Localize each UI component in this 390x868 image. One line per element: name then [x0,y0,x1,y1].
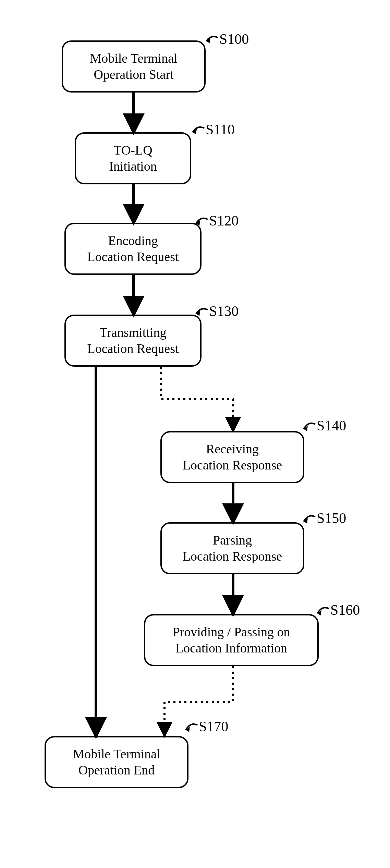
leader-s140 [304,423,315,429]
label-s170: S170 [199,718,228,735]
node-s100: Mobile Terminal Operation Start [62,40,206,93]
flowchart-canvas: Mobile Terminal Operation Start S100 TO-… [0,0,390,868]
leader-s100 [206,37,218,41]
node-s170-text: Mobile Terminal Operation End [73,746,160,779]
leader-s110 [193,127,204,132]
node-s120: Encoding Location Request [64,223,202,275]
leader-s160-head [317,610,321,615]
leader-s110-head [193,129,197,134]
leader-s170 [186,724,197,730]
node-s150: Parsing Location Response [160,522,304,574]
label-s130: S130 [209,303,239,319]
label-s100: S100 [219,31,249,47]
node-s140: Receiving Location Response [160,431,304,483]
leader-s150 [304,516,315,522]
label-s160: S160 [330,602,360,618]
node-s110-text: TO-LQ Initiation [109,142,157,175]
label-s150: S150 [317,510,346,526]
leader-s140-head [304,426,308,431]
label-s110: S110 [206,121,235,138]
leader-s170-head [186,726,190,732]
leader-s120 [196,218,208,223]
node-s140-text: Receiving Location Response [183,441,282,474]
node-s130: Transmitting Location Request [64,315,202,367]
label-s120: S120 [209,212,239,229]
node-s120-text: Encoding Location Request [87,233,179,265]
node-s160-text: Providing / Passing on Location Informat… [172,624,290,657]
node-s130-text: Transmitting Location Request [87,325,179,357]
label-s140: S140 [317,417,346,434]
arrow-s130-s140 [161,367,233,430]
node-s100-text: Mobile Terminal Operation Start [90,50,177,83]
leader-s100-head [206,38,210,43]
leader-s130 [196,309,208,314]
leader-s130-head [196,310,200,316]
node-s110: TO-LQ Initiation [75,132,191,184]
leader-s150-head [304,518,308,524]
node-s160: Providing / Passing on Location Informat… [144,614,319,666]
node-s170: Mobile Terminal Operation End [45,736,188,788]
node-s150-text: Parsing Location Response [183,532,282,565]
leader-s160 [317,608,329,613]
